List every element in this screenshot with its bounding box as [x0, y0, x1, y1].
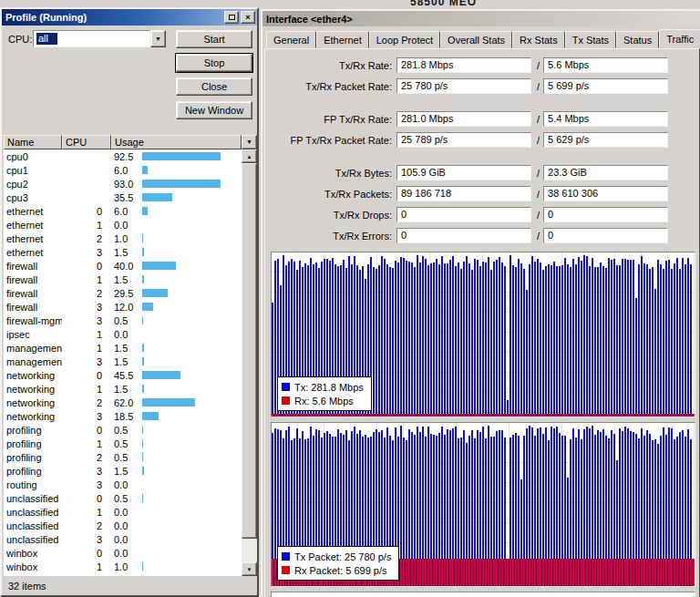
traffic-bar [397, 262, 399, 417]
fp-tx-rx-rate-tx-input[interactable]: 281.0 Mbps [396, 111, 531, 127]
tab-overall-stats[interactable]: Overall Stats [440, 31, 512, 48]
table-row[interactable]: ethernet21.0 [4, 232, 242, 245]
table-row[interactable]: networking318.5 [4, 409, 242, 423]
cpu-combobox[interactable]: all [33, 30, 150, 47]
table-row[interactable]: profiling10.5 [4, 437, 242, 450]
profile-titlebar[interactable]: Profile (Running) × [2, 9, 257, 26]
cell-name: unclassified [4, 520, 62, 531]
traffic-bar [376, 269, 377, 417]
legend-swatch [282, 383, 290, 391]
scroll-down-icon[interactable]: ▼ [242, 562, 257, 576]
tx-rx-bytes-rx-input[interactable]: 23.3 GiB [543, 165, 668, 180]
tx-rx-packets-rx-input[interactable]: 38 610 306 [543, 186, 668, 201]
tab-loop-protect[interactable]: Loop Protect [369, 31, 440, 48]
traffic-bar [690, 264, 692, 417]
table-row[interactable]: profiling20.5 [4, 450, 242, 464]
vertical-scrollbar[interactable]: ▼ ▲ ▼ [242, 135, 257, 576]
cell-cpu: 3 [62, 479, 111, 490]
usage-value: 6.0 [111, 206, 142, 217]
table-row[interactable]: winbox30.0 [4, 573, 242, 576]
new-window-button[interactable]: New Window [176, 101, 252, 119]
usage-value: 1.5 [111, 384, 142, 395]
column-chooser-icon[interactable]: ▼ [242, 135, 257, 149]
cell-usage: 6.0 [111, 206, 242, 217]
field-label-fp-tx-rx-rate: FP Tx/Rx Rate: [265, 114, 392, 125]
traffic-bar [474, 259, 476, 417]
tx-rx-drops-rx-input[interactable]: 0 [543, 207, 668, 222]
table-row[interactable]: ethernet31.5 [4, 245, 242, 259]
table-row[interactable]: firewall229.5 [4, 286, 242, 300]
tab-status[interactable]: Status [616, 31, 659, 48]
cell-cpu: 1 [62, 343, 111, 354]
scrollbar-thumb[interactable] [242, 163, 257, 539]
table-row[interactable]: ethernet10.0 [4, 218, 242, 232]
close-button[interactable]: Close [176, 77, 252, 96]
scrollbar-track[interactable] [242, 163, 257, 562]
tx-rx-packet-rate-tx-input[interactable]: 25 780 p/s [396, 78, 531, 94]
fp-tx-rx-packet-rate-tx-input[interactable]: 25 789 p/s [396, 132, 531, 148]
table-row[interactable]: winbox11.0 [4, 560, 242, 573]
traffic-bar [455, 266, 457, 417]
column-header-name[interactable]: Name [4, 135, 62, 149]
traffic-bar [526, 290, 528, 417]
maximize-icon[interactable] [224, 11, 239, 24]
table-row[interactable]: profiling31.5 [4, 464, 242, 478]
tx-rx-bytes-tx-input[interactable]: 105.9 GiB [396, 165, 531, 180]
traffic-bar [477, 260, 479, 417]
tx-rx-rate-rx-input[interactable]: 5.6 Mbps [543, 57, 668, 73]
table-row[interactable]: winbox00.0 [4, 546, 242, 560]
tab-general[interactable]: General [266, 31, 316, 48]
tx-rx-errors-tx-input[interactable]: 0 [396, 228, 531, 243]
table-row[interactable]: ethernet06.0 [4, 204, 242, 218]
table-row[interactable]: unclassified20.0 [4, 519, 242, 532]
legend-row: Rx Packet: 5 699 p/s [282, 563, 391, 577]
tab-rx-stats[interactable]: Rx Stats [512, 31, 565, 48]
table-row[interactable]: cpu335.5 [4, 190, 242, 204]
table-row[interactable]: cpu293.0 [4, 177, 242, 190]
tx-rx-packets-tx-input[interactable]: 89 186 718 [396, 186, 531, 201]
table-row[interactable]: cpu092.5 [4, 149, 242, 163]
table-row[interactable]: management11.5 [4, 341, 242, 355]
table-row[interactable]: unclassified30.0 [4, 532, 242, 546]
table-row[interactable]: firewall11.5 [4, 273, 242, 286]
tx-rx-drops-tx-input[interactable]: 0 [396, 207, 531, 222]
traffic-bar [490, 270, 492, 417]
close-icon[interactable]: × [241, 11, 255, 24]
start-button[interactable]: Start [176, 30, 252, 48]
tx-rx-errors-rx-input[interactable]: 0 [543, 228, 668, 243]
usage-bar [142, 385, 144, 393]
tab-tx-stats[interactable]: Tx Stats [565, 31, 616, 48]
tab-ethernet[interactable]: Ethernet [316, 31, 369, 48]
field-row-tx-rx-packet-rate: Tx/Rx Packet Rate:25 780 p/s/5 699 p/s [265, 78, 699, 94]
tab-traffic[interactable]: Traffic [659, 29, 700, 48]
table-row[interactable]: firewall-mgmt30.5 [4, 314, 242, 327]
fp-tx-rx-rate-rx-input[interactable]: 5.4 Mbps [543, 111, 668, 127]
table-row[interactable]: unclassified00.5 [4, 491, 242, 505]
column-header-usage[interactable]: Usage [111, 135, 242, 149]
cpu-combobox-value: all [36, 33, 57, 45]
table-row[interactable]: networking045.5 [4, 368, 242, 382]
cpu-combobox-dropdown-icon[interactable]: ▼ [150, 30, 166, 47]
status-bar: 32 items [8, 581, 46, 592]
column-header-cpu[interactable]: CPU [62, 135, 111, 149]
table-row[interactable]: unclassified10.0 [4, 505, 242, 519]
table-row[interactable]: networking262.0 [4, 396, 242, 409]
table-row[interactable]: ipsec10.0 [4, 327, 242, 341]
usage-value: 1.0 [111, 561, 142, 572]
table-row[interactable]: networking11.5 [4, 382, 242, 396]
table-row[interactable]: firewall312.0 [4, 300, 242, 314]
table-row[interactable]: cpu16.0 [4, 163, 242, 177]
table-row[interactable]: management31.5 [4, 355, 242, 368]
tx-rx-packet-rate-rx-input[interactable]: 5 699 p/s [543, 78, 668, 94]
fp-tx-rx-packet-rate-rx-input[interactable]: 5 629 p/s [543, 132, 668, 148]
stop-button[interactable]: Stop [176, 54, 252, 72]
cell-usage: 6.0 [111, 165, 242, 176]
table-row[interactable]: firewall040.0 [4, 259, 242, 273]
traffic-bar [406, 261, 407, 417]
interface-titlebar[interactable]: Interface <ether4> [262, 11, 700, 26]
table-row[interactable]: profiling00.5 [4, 423, 242, 437]
table-row[interactable]: routing30.0 [4, 478, 242, 491]
traffic-bar [430, 263, 432, 417]
scroll-up-icon[interactable]: ▲ [242, 149, 257, 163]
tx-rx-rate-tx-input[interactable]: 281.8 Mbps [396, 57, 531, 73]
